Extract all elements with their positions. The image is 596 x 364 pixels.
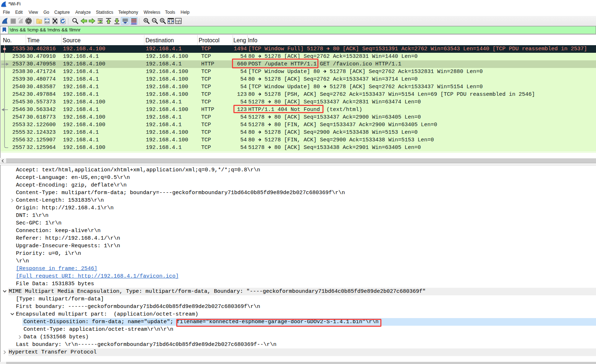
svg-text:010: 010	[45, 21, 49, 24]
